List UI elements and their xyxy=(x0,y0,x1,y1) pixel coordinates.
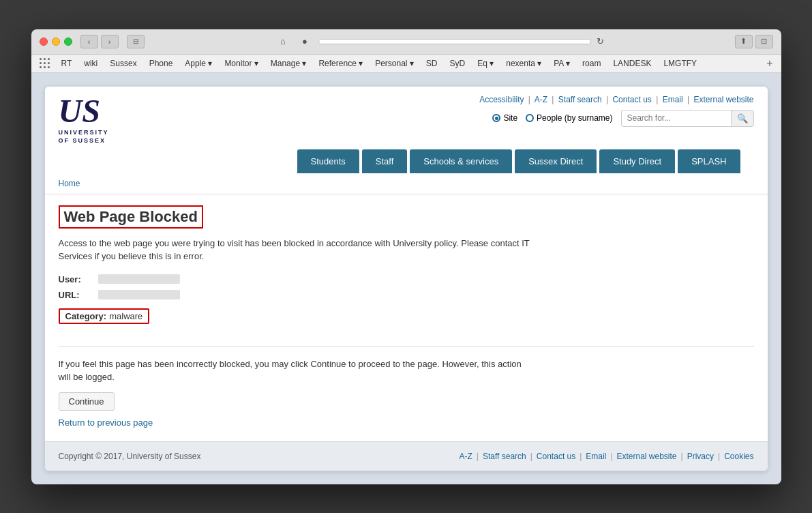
bookmark-manage[interactable]: Manage ▾ xyxy=(265,57,312,70)
radio-people-dot[interactable] xyxy=(526,114,534,122)
url-row: URL: xyxy=(59,290,754,300)
browser-window: ‹ › ⊟ ⌂ ● ↻ ⬆ ⊡ RT wiki Sussex Phone App… xyxy=(31,29,781,484)
refresh-icon[interactable]: ↻ xyxy=(597,36,604,46)
bookmark-sussex[interactable]: Sussex xyxy=(104,57,142,70)
continue-message: If you feel this page has been incorrect… xyxy=(59,357,536,384)
blocked-message: Access to the web page you were trying t… xyxy=(59,237,536,263)
az-link[interactable]: A-Z xyxy=(535,95,547,104)
nav-splash[interactable]: SPLASH xyxy=(678,149,740,173)
footer-az-link[interactable]: A-Z xyxy=(459,452,472,461)
logo-area: US UNIVERSITY OF SUSSEX xyxy=(59,95,109,144)
main-content: Web Page Blocked Access to the web page … xyxy=(45,194,768,441)
bookmark-personal[interactable]: Personal ▾ xyxy=(370,57,419,70)
return-link[interactable]: Return to previous page xyxy=(59,417,754,428)
radio-people-text: People (by surname) xyxy=(537,113,612,123)
header-top: US UNIVERSITY OF SUSSEX Accessibility | … xyxy=(59,95,754,149)
header-links: Accessibility | A-Z | Staff search | Con… xyxy=(479,95,753,104)
search-input[interactable] xyxy=(622,111,731,126)
bookmark-pa[interactable]: PA ▾ xyxy=(548,57,575,70)
breadcrumb: Home xyxy=(45,173,768,194)
category-value: malware xyxy=(109,311,142,321)
search-radio-group: Site People (by surname) xyxy=(492,113,612,123)
bookmark-eq[interactable]: Eq ▾ xyxy=(472,57,499,70)
user-value xyxy=(98,274,180,284)
external-website-link[interactable]: External website xyxy=(693,95,753,104)
bookmark-monitor[interactable]: Monitor ▾ xyxy=(219,57,263,70)
radio-people-label[interactable]: People (by surname) xyxy=(526,113,612,123)
bookmark-syd[interactable]: SyD xyxy=(445,57,471,70)
address-bar: ⌂ ● ↻ xyxy=(155,35,724,48)
nav-schools-services[interactable]: Schools & services xyxy=(410,149,512,173)
browser-actions: ⬆ ⊡ xyxy=(735,35,773,48)
continue-button[interactable]: Continue xyxy=(59,392,115,411)
url-label: URL: xyxy=(59,290,93,300)
traffic-lights xyxy=(40,38,72,46)
profile-icon[interactable]: ● xyxy=(297,35,313,48)
accessibility-link[interactable]: Accessibility xyxy=(479,95,524,104)
back-button[interactable]: ‹ xyxy=(80,35,98,48)
radio-site-dot[interactable] xyxy=(492,114,500,122)
bookmark-sd[interactable]: SD xyxy=(421,57,443,70)
footer-email-link[interactable]: Email xyxy=(586,452,606,461)
staff-search-link[interactable]: Staff search xyxy=(558,95,602,104)
contact-us-link[interactable]: Contact us xyxy=(612,95,651,104)
footer-staff-search-link[interactable]: Staff search xyxy=(483,452,526,461)
forward-button[interactable]: › xyxy=(101,35,119,48)
nav-staff[interactable]: Staff xyxy=(362,149,408,173)
radio-site-label[interactable]: Site xyxy=(492,113,517,123)
category-label: Category: xyxy=(65,311,107,321)
site-nav: Students Staff Schools & services Sussex… xyxy=(59,149,754,173)
category-box: Category: malware xyxy=(59,308,150,324)
close-button[interactable] xyxy=(40,38,48,46)
radio-site-text: Site xyxy=(503,113,517,123)
home-icon[interactable]: ⌂ xyxy=(275,35,291,48)
footer-privacy-link[interactable]: Privacy xyxy=(687,452,714,461)
site-footer: Copyright © 2017, University of Sussex A… xyxy=(45,441,768,471)
search-input-wrap: 🔍 xyxy=(621,110,754,127)
maximize-button[interactable] xyxy=(64,38,72,46)
logo-text: US xyxy=(59,95,109,128)
bookmark-apple[interactable]: Apple ▾ xyxy=(179,57,217,70)
search-button[interactable]: 🔍 xyxy=(731,111,753,126)
share-button[interactable]: ⬆ xyxy=(735,35,753,48)
site-header: US UNIVERSITY OF SUSSEX Accessibility | … xyxy=(45,87,768,173)
add-bookmark-button[interactable]: + xyxy=(766,57,772,70)
bookmark-reference[interactable]: Reference ▾ xyxy=(313,57,368,70)
url-value xyxy=(98,290,180,299)
bookmark-phone[interactable]: Phone xyxy=(144,57,179,70)
website-container: US UNIVERSITY OF SUSSEX Accessibility | … xyxy=(45,87,768,471)
footer-cookies-link[interactable]: Cookies xyxy=(724,452,753,461)
header-right: Accessibility | A-Z | Staff search | Con… xyxy=(479,95,753,127)
footer-contact-us-link[interactable]: Contact us xyxy=(537,452,575,461)
bookmark-lmgtfy[interactable]: LMGTFY xyxy=(658,57,702,70)
apps-grid-icon[interactable] xyxy=(40,58,50,69)
search-row: Site People (by surname) 🔍 xyxy=(479,110,753,127)
copyright-text: Copyright © 2017, University of Sussex xyxy=(59,452,201,461)
nav-study-direct[interactable]: Study Direct xyxy=(599,149,675,173)
bookmark-wiki[interactable]: wiki xyxy=(78,57,103,70)
bookmarks-bar: RT wiki Sussex Phone Apple ▾ Monitor ▾ M… xyxy=(31,55,781,73)
bookmark-rt[interactable]: RT xyxy=(56,57,78,70)
url-input[interactable] xyxy=(318,39,591,44)
email-link[interactable]: Email xyxy=(663,95,683,104)
nav-buttons: ‹ › xyxy=(80,35,119,48)
user-row: User: xyxy=(59,274,754,284)
browser-titlebar: ‹ › ⊟ ⌂ ● ↻ ⬆ ⊡ xyxy=(31,29,781,55)
page-title: Web Page Blocked xyxy=(59,205,203,229)
logo-line2: OF SUSSEX xyxy=(59,137,109,144)
user-label: User: xyxy=(59,274,93,284)
footer-links: A-Z | Staff search | Contact us | Email … xyxy=(459,452,753,461)
new-tab-button[interactable]: ⊡ xyxy=(755,35,773,48)
nav-sussex-direct[interactable]: Sussex Direct xyxy=(515,149,597,173)
logo-line1: UNIVERSITY xyxy=(59,129,109,136)
bookmark-landesk[interactable]: LANDESK xyxy=(607,57,657,70)
window-view-button[interactable]: ⊟ xyxy=(127,35,145,48)
page-content: US UNIVERSITY OF SUSSEX Accessibility | … xyxy=(31,73,781,484)
divider xyxy=(59,346,754,347)
bookmark-roam[interactable]: roam xyxy=(577,57,606,70)
minimize-button[interactable] xyxy=(52,38,60,46)
nav-students[interactable]: Students xyxy=(297,149,359,173)
footer-external-website-link[interactable]: External website xyxy=(617,452,677,461)
bookmark-nexenta[interactable]: nexenta ▾ xyxy=(500,57,547,70)
breadcrumb-home[interactable]: Home xyxy=(59,179,80,188)
